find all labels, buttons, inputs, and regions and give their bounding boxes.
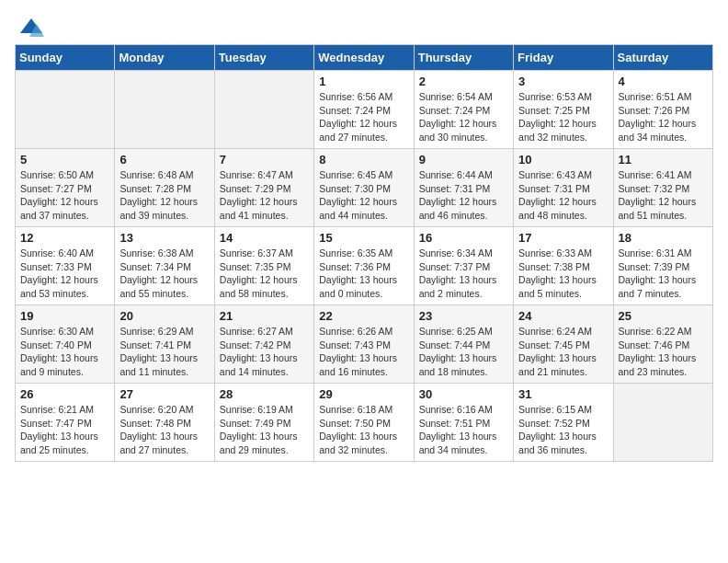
calendar-cell: 16Sunrise: 6:34 AM Sunset: 7:37 PM Dayli…: [414, 227, 513, 305]
calendar-cell: 4Sunrise: 6:51 AM Sunset: 7:26 PM Daylig…: [613, 71, 712, 149]
day-number: 13: [119, 231, 209, 245]
day-info: Sunrise: 6:54 AM Sunset: 7:24 PM Dayligh…: [419, 90, 508, 144]
day-info: Sunrise: 6:48 AM Sunset: 7:28 PM Dayligh…: [119, 168, 209, 223]
calendar-cell: 18Sunrise: 6:31 AM Sunset: 7:39 PM Dayli…: [613, 227, 712, 305]
day-number: 23: [419, 309, 508, 323]
calendar-cell: 31Sunrise: 6:15 AM Sunset: 7:52 PM Dayli…: [514, 384, 613, 462]
calendar-cell: 28Sunrise: 6:19 AM Sunset: 7:49 PM Dayli…: [214, 384, 313, 462]
day-info: Sunrise: 6:43 AM Sunset: 7:31 PM Dayligh…: [518, 168, 608, 223]
day-info: Sunrise: 6:29 AM Sunset: 7:41 PM Dayligh…: [119, 325, 209, 379]
day-number: 26: [20, 387, 109, 401]
day-info: Sunrise: 6:47 AM Sunset: 7:29 PM Dayligh…: [220, 168, 309, 223]
weekday-header-saturday: Saturday: [613, 45, 712, 71]
calendar-cell: 19Sunrise: 6:30 AM Sunset: 7:40 PM Dayli…: [16, 305, 115, 384]
calendar-cell: [16, 71, 115, 149]
calendar-cell: 20Sunrise: 6:29 AM Sunset: 7:41 PM Dayli…: [115, 305, 214, 384]
calendar-cell: 12Sunrise: 6:40 AM Sunset: 7:33 PM Dayli…: [16, 227, 115, 305]
calendar-cell: 6Sunrise: 6:48 AM Sunset: 7:28 PM Daylig…: [115, 149, 214, 227]
day-number: 2: [419, 75, 508, 88]
day-number: 29: [319, 387, 408, 401]
calendar-cell: 30Sunrise: 6:16 AM Sunset: 7:51 PM Dayli…: [414, 384, 513, 462]
calendar-cell: 10Sunrise: 6:43 AM Sunset: 7:31 PM Dayli…: [514, 149, 613, 227]
day-number: 12: [20, 231, 109, 245]
calendar-cell: 15Sunrise: 6:35 AM Sunset: 7:36 PM Dayli…: [314, 227, 414, 305]
day-number: 16: [419, 231, 508, 245]
day-number: 17: [518, 231, 608, 245]
day-number: 28: [220, 387, 309, 401]
day-info: Sunrise: 6:40 AM Sunset: 7:33 PM Dayligh…: [20, 247, 109, 301]
day-info: Sunrise: 6:51 AM Sunset: 7:26 PM Dayligh…: [619, 90, 708, 144]
day-number: 21: [220, 309, 309, 323]
day-info: Sunrise: 6:27 AM Sunset: 7:42 PM Dayligh…: [220, 325, 309, 379]
day-info: Sunrise: 6:22 AM Sunset: 7:46 PM Dayligh…: [619, 325, 708, 379]
day-info: Sunrise: 6:19 AM Sunset: 7:49 PM Dayligh…: [220, 403, 309, 457]
day-info: Sunrise: 6:35 AM Sunset: 7:36 PM Dayligh…: [319, 247, 408, 301]
calendar-cell: 1Sunrise: 6:56 AM Sunset: 7:24 PM Daylig…: [314, 71, 414, 149]
day-info: Sunrise: 6:18 AM Sunset: 7:50 PM Dayligh…: [319, 403, 408, 457]
calendar-cell: 29Sunrise: 6:18 AM Sunset: 7:50 PM Dayli…: [314, 384, 414, 462]
day-number: 30: [419, 387, 508, 401]
day-number: 18: [619, 231, 708, 245]
weekday-header-tuesday: Tuesday: [214, 45, 313, 71]
day-number: 10: [518, 153, 608, 167]
weekday-header-row: SundayMondayTuesdayWednesdayThursdayFrid…: [16, 45, 713, 71]
day-info: Sunrise: 6:25 AM Sunset: 7:44 PM Dayligh…: [419, 325, 508, 379]
day-info: Sunrise: 6:26 AM Sunset: 7:43 PM Dayligh…: [319, 325, 408, 379]
calendar-cell: 5Sunrise: 6:50 AM Sunset: 7:27 PM Daylig…: [16, 149, 115, 227]
day-number: 9: [419, 153, 508, 167]
day-number: 3: [518, 75, 608, 88]
day-number: 25: [619, 309, 708, 323]
calendar-cell: 21Sunrise: 6:27 AM Sunset: 7:42 PM Dayli…: [214, 305, 313, 384]
calendar-cell: 27Sunrise: 6:20 AM Sunset: 7:48 PM Dayli…: [115, 384, 214, 462]
page-header: [15, 15, 713, 35]
calendar-week-row: 12Sunrise: 6:40 AM Sunset: 7:33 PM Dayli…: [16, 227, 713, 305]
calendar-week-row: 1Sunrise: 6:56 AM Sunset: 7:24 PM Daylig…: [16, 71, 713, 149]
weekday-header-thursday: Thursday: [414, 45, 513, 71]
day-number: 15: [319, 231, 408, 245]
day-number: 11: [619, 153, 708, 167]
day-info: Sunrise: 6:50 AM Sunset: 7:27 PM Dayligh…: [20, 168, 109, 223]
day-info: Sunrise: 6:24 AM Sunset: 7:45 PM Dayligh…: [518, 325, 608, 379]
day-info: Sunrise: 6:37 AM Sunset: 7:35 PM Dayligh…: [220, 247, 309, 301]
calendar-cell: 9Sunrise: 6:44 AM Sunset: 7:31 PM Daylig…: [414, 149, 513, 227]
day-number: 24: [518, 309, 608, 323]
calendar-cell: 11Sunrise: 6:41 AM Sunset: 7:32 PM Dayli…: [613, 149, 712, 227]
day-number: 22: [319, 309, 408, 323]
day-info: Sunrise: 6:33 AM Sunset: 7:38 PM Dayligh…: [518, 247, 608, 301]
calendar-cell: 2Sunrise: 6:54 AM Sunset: 7:24 PM Daylig…: [414, 71, 513, 149]
calendar-cell: 7Sunrise: 6:47 AM Sunset: 7:29 PM Daylig…: [214, 149, 313, 227]
day-number: 27: [119, 387, 209, 401]
weekday-header-sunday: Sunday: [16, 45, 115, 71]
calendar-cell: 26Sunrise: 6:21 AM Sunset: 7:47 PM Dayli…: [16, 384, 115, 462]
calendar-cell: 3Sunrise: 6:53 AM Sunset: 7:25 PM Daylig…: [514, 71, 613, 149]
calendar-cell: 8Sunrise: 6:45 AM Sunset: 7:30 PM Daylig…: [314, 149, 414, 227]
calendar-body: 1Sunrise: 6:56 AM Sunset: 7:24 PM Daylig…: [16, 71, 713, 462]
weekday-header-wednesday: Wednesday: [314, 45, 414, 71]
day-info: Sunrise: 6:21 AM Sunset: 7:47 PM Dayligh…: [20, 403, 109, 457]
day-info: Sunrise: 6:56 AM Sunset: 7:24 PM Dayligh…: [319, 90, 408, 144]
day-info: Sunrise: 6:34 AM Sunset: 7:37 PM Dayligh…: [419, 247, 508, 301]
calendar-week-row: 5Sunrise: 6:50 AM Sunset: 7:27 PM Daylig…: [16, 149, 713, 227]
day-info: Sunrise: 6:20 AM Sunset: 7:48 PM Dayligh…: [119, 403, 209, 457]
day-info: Sunrise: 6:30 AM Sunset: 7:40 PM Dayligh…: [20, 325, 109, 379]
day-number: 14: [220, 231, 309, 245]
calendar-cell: [214, 71, 313, 149]
day-number: 31: [518, 387, 608, 401]
calendar-cell: [613, 384, 712, 462]
day-info: Sunrise: 6:31 AM Sunset: 7:39 PM Dayligh…: [619, 247, 708, 301]
day-number: 7: [220, 153, 309, 167]
day-number: 20: [119, 309, 209, 323]
day-number: 5: [20, 153, 109, 167]
logo: [15, 15, 44, 35]
calendar-week-row: 19Sunrise: 6:30 AM Sunset: 7:40 PM Dayli…: [16, 305, 713, 384]
calendar-cell: 14Sunrise: 6:37 AM Sunset: 7:35 PM Dayli…: [214, 227, 313, 305]
calendar-cell: 13Sunrise: 6:38 AM Sunset: 7:34 PM Dayli…: [115, 227, 214, 305]
day-number: 1: [319, 75, 408, 88]
day-info: Sunrise: 6:38 AM Sunset: 7:34 PM Dayligh…: [119, 247, 209, 301]
day-number: 8: [319, 153, 408, 167]
calendar-cell: 24Sunrise: 6:24 AM Sunset: 7:45 PM Dayli…: [514, 305, 613, 384]
weekday-header-monday: Monday: [115, 45, 214, 71]
day-info: Sunrise: 6:15 AM Sunset: 7:52 PM Dayligh…: [518, 403, 608, 457]
calendar-cell: 17Sunrise: 6:33 AM Sunset: 7:38 PM Dayli…: [514, 227, 613, 305]
calendar-cell: 23Sunrise: 6:25 AM Sunset: 7:44 PM Dayli…: [414, 305, 513, 384]
